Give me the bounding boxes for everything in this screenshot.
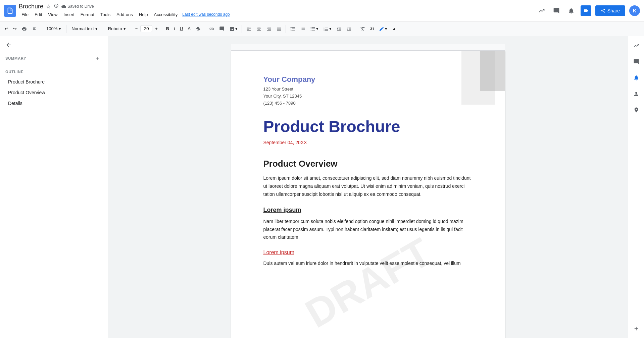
meet-btn[interactable] xyxy=(581,5,591,16)
sub2-heading[interactable]: Lorem ipsum xyxy=(263,249,473,256)
align-right-button[interactable] xyxy=(264,25,274,33)
history-icon[interactable] xyxy=(53,3,59,10)
font-size-decrease[interactable]: − xyxy=(133,25,140,33)
address-line2: Your City, ST 12345 xyxy=(263,93,473,100)
increase-indent-button[interactable] xyxy=(344,25,354,33)
alert-panel-icon[interactable] xyxy=(631,72,642,83)
summary-label: SUMMARY xyxy=(5,56,27,60)
section1-body[interactable]: Lorem ipsum dolor sit amet, consectetuer… xyxy=(263,174,473,198)
menu-accessibility[interactable]: Accessibility xyxy=(151,11,181,18)
star-icon[interactable]: ☆ xyxy=(46,3,51,10)
add-right-panel-icon[interactable] xyxy=(631,323,642,334)
saved-badge: Saved to Drive xyxy=(61,4,94,9)
saved-text: Saved to Drive xyxy=(67,4,94,9)
main-title[interactable]: Product Brochure xyxy=(263,117,473,136)
line-spacing-button[interactable] xyxy=(288,25,297,33)
account-panel-icon[interactable] xyxy=(631,89,642,99)
summary-section: SUMMARY + xyxy=(0,51,108,66)
trending-up-icon[interactable] xyxy=(536,5,547,16)
italic-button[interactable]: I xyxy=(172,25,177,33)
undo-button[interactable]: ↩ xyxy=(3,25,10,33)
menu-format[interactable]: Format xyxy=(78,11,97,18)
draft-watermark: DRAFT xyxy=(297,229,439,337)
doc-title[interactable]: Brochure xyxy=(19,3,43,10)
bold-button[interactable]: B xyxy=(164,25,171,33)
menu-bar: File Edit View Insert Format Tools Add-o… xyxy=(19,11,536,18)
align-center-button[interactable] xyxy=(254,25,263,33)
checklist-button[interactable] xyxy=(298,25,307,33)
doc-icon xyxy=(4,5,16,17)
clear-format-button[interactable] xyxy=(358,25,367,33)
comment-icon[interactable] xyxy=(551,5,562,16)
bullet-list-button[interactable]: ▾ xyxy=(308,25,320,33)
back-button[interactable] xyxy=(0,36,108,51)
menu-tools[interactable]: Tools xyxy=(98,11,113,18)
sub1-body[interactable]: Nam liber tempor cum soluta nobis eleife… xyxy=(263,218,473,241)
notification-icon[interactable] xyxy=(566,5,577,16)
menu-edit[interactable]: Edit xyxy=(32,11,45,18)
menu-addons[interactable]: Add-ons xyxy=(114,11,135,18)
outline-label: OUTLINE xyxy=(0,66,108,76)
doc-title-area: Brochure ☆ Saved to Drive File Edit View… xyxy=(19,3,536,18)
menu-view[interactable]: View xyxy=(45,11,60,18)
numbered-list-button[interactable]: ▾ xyxy=(321,25,334,33)
company-name[interactable]: Your Company xyxy=(263,75,473,84)
address-line1: 123 Your Street xyxy=(263,86,473,93)
main-layout: SUMMARY + OUTLINE Product Brochure Produ… xyxy=(0,36,644,338)
image-button[interactable]: ▾ xyxy=(227,25,240,33)
font-size-controls: − + xyxy=(133,25,160,33)
zoom-select[interactable]: 100% ▾ xyxy=(43,24,64,33)
left-panel: SUMMARY + OUTLINE Product Brochure Produ… xyxy=(0,36,108,338)
font-size-increase[interactable]: + xyxy=(153,25,160,33)
sub2-body[interactable]: Duis autem vel eum iriure dolor in hendr… xyxy=(263,260,473,268)
text-color-button[interactable]: A xyxy=(186,25,193,33)
font-size-input[interactable] xyxy=(140,25,152,32)
outline-item-product-brochure[interactable]: Product Brochure xyxy=(3,76,105,87)
map-pin-panel-icon[interactable] xyxy=(631,105,642,115)
link-button[interactable] xyxy=(207,25,216,33)
underline-button[interactable]: U xyxy=(178,25,185,33)
sub1-heading[interactable]: Lorem ipsum xyxy=(263,207,473,214)
comment-add-button[interactable] xyxy=(217,25,227,33)
add-summary-button[interactable]: + xyxy=(93,54,102,63)
print-button[interactable] xyxy=(19,25,29,33)
menu-insert[interactable]: Insert xyxy=(61,11,77,18)
paragraph-style-value: Normal text xyxy=(71,26,94,31)
font-select[interactable]: Roboto ▾ xyxy=(105,24,129,33)
special-char-button[interactable]: 31 xyxy=(368,25,376,32)
right-panel xyxy=(628,36,644,338)
align-justify-button[interactable] xyxy=(274,25,284,33)
outline-item-details[interactable]: Details xyxy=(3,98,105,109)
redo-button[interactable]: ↪ xyxy=(11,25,19,33)
avatar[interactable]: K xyxy=(629,5,640,16)
corner-rect-2 xyxy=(480,51,505,91)
share-button[interactable]: Share xyxy=(595,5,625,16)
address-line3: (123) 456 - 7890 xyxy=(263,100,473,107)
doc-area: DRAFT Your Company 123 Your Street Your … xyxy=(108,36,628,338)
paint-format-button[interactable] xyxy=(30,25,39,33)
editing-mode-button[interactable]: ▾ xyxy=(377,25,389,33)
trending-up-icon[interactable] xyxy=(631,40,642,51)
share-label: Share xyxy=(607,8,620,13)
toolbar: ↩ ↪ 100% ▾ Normal text ▾ Roboto ▾ − + B … xyxy=(0,21,644,36)
doc-date[interactable]: September 04, 20XX xyxy=(263,140,473,145)
outline-item-product-overview[interactable]: Product Overview xyxy=(3,87,105,98)
top-right-controls: Share K xyxy=(536,5,640,16)
page: DRAFT Your Company 123 Your Street Your … xyxy=(231,51,505,338)
section1-heading[interactable]: Product Overview xyxy=(263,159,473,169)
collapse-toolbar-button[interactable]: ▲ xyxy=(390,25,398,33)
menu-file[interactable]: File xyxy=(19,11,31,18)
font-value: Roboto xyxy=(108,26,122,31)
highlight-button[interactable] xyxy=(193,25,203,33)
top-bar: Brochure ☆ Saved to Drive File Edit View… xyxy=(0,0,644,21)
last-edit[interactable]: Last edit was seconds ago xyxy=(182,12,230,17)
ruler xyxy=(231,44,505,51)
zoom-value: 100% xyxy=(46,26,57,31)
paragraph-style-select[interactable]: Normal text ▾ xyxy=(68,24,100,33)
company-address: 123 Your Street Your City, ST 12345 (123… xyxy=(263,86,473,107)
menu-help[interactable]: Help xyxy=(136,11,151,18)
comment-panel-icon[interactable] xyxy=(631,56,642,67)
align-left-button[interactable] xyxy=(244,25,253,33)
decrease-indent-button[interactable] xyxy=(334,25,344,33)
